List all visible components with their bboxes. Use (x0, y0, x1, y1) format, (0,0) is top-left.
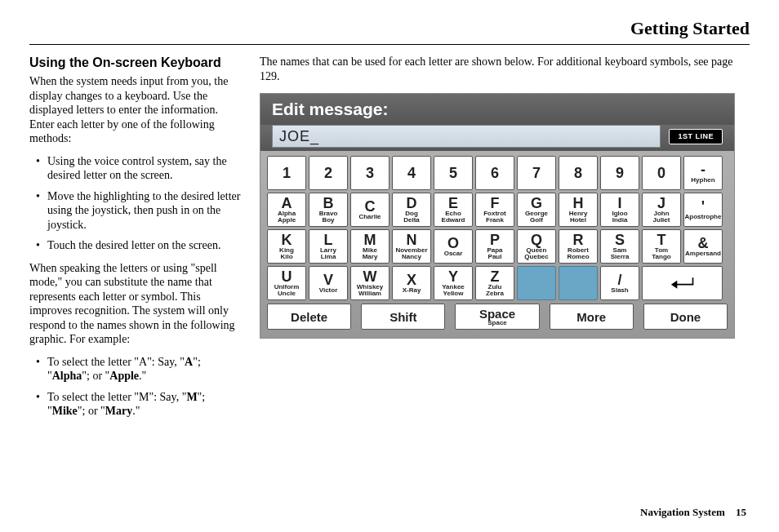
key-6[interactable]: 6 (475, 156, 514, 190)
page-number: 15 (736, 506, 746, 518)
key-q[interactable]: QQueenQuebec (517, 229, 556, 264)
key-f[interactable]: FFoxtrotFrank (475, 193, 514, 227)
key-4[interactable]: 4 (392, 156, 431, 190)
more-button[interactable]: More (550, 304, 634, 330)
methods-list: Using the voice control system, say the … (29, 154, 242, 253)
key-0[interactable]: 0 (642, 156, 681, 190)
key-k[interactable]: KKingKilo (267, 229, 306, 264)
keyboard-intro: The names that can be used for each lett… (260, 55, 750, 83)
delete-button[interactable]: Delete (267, 304, 351, 330)
key-r[interactable]: RRobertRomeo (559, 229, 598, 264)
left-column: Using the On-screen Keyboard When the sy… (29, 55, 242, 427)
list-item: Move the highlighting to the desired let… (36, 189, 242, 233)
key-v[interactable]: VVictor (309, 266, 348, 300)
key-n[interactable]: NNovemberNancy (392, 229, 431, 264)
examples-list: To select the letter "A": Say, "A"; "Alp… (29, 355, 242, 419)
enter-key[interactable] (642, 266, 723, 300)
key-9[interactable]: 9 (600, 156, 639, 190)
key-p[interactable]: PPapaPaul (475, 229, 514, 264)
intro-para: When the system needs input from you, th… (29, 74, 242, 146)
list-item: To select the letter "A": Say, "A"; "Alp… (36, 355, 242, 383)
shift-button[interactable]: Shift (361, 304, 445, 330)
key-7[interactable]: 7 (517, 156, 556, 190)
message-input[interactable]: JOE_ (272, 125, 661, 148)
key-w[interactable]: WWhiskeyWilliam (350, 266, 390, 300)
key-3[interactable]: 3 (350, 156, 390, 190)
section-heading: Using the On-screen Keyboard (29, 55, 242, 71)
key-'[interactable]: 'Apostrophe (683, 193, 723, 227)
key-blank[interactable] (559, 266, 598, 300)
page-footer: Navigation System 15 (640, 506, 746, 519)
space-button[interactable]: SpaceSpace (455, 304, 539, 330)
key--[interactable]: -Hyphen (683, 156, 723, 190)
key-c[interactable]: CCharlie (350, 193, 390, 227)
footer-label: Navigation System (640, 506, 725, 518)
key-x[interactable]: XX-Ray (392, 266, 431, 300)
key-e[interactable]: EEchoEdward (434, 193, 473, 227)
key-8[interactable]: 8 (559, 156, 598, 190)
key-o[interactable]: OOscar (434, 229, 473, 264)
key-t[interactable]: TTomTango (642, 229, 681, 264)
list-item: Touch the desired letter on the screen. (36, 238, 242, 253)
keyboard-title: Edit message: (260, 94, 734, 125)
key-grid: 1234567890-Hyphen AAlphaAppleBBravoBoyCC… (260, 151, 734, 338)
key-blank[interactable] (517, 266, 556, 300)
key-j[interactable]: JJohnJuliet (642, 193, 681, 227)
key-l[interactable]: LLarryLima (309, 229, 348, 264)
right-column: The names that can be used for each lett… (260, 55, 750, 427)
line-badge[interactable]: 1ST LINE (669, 129, 723, 144)
key-s[interactable]: SSamSierra (600, 229, 639, 264)
key-/[interactable]: /Slash (600, 266, 639, 300)
key-2[interactable]: 2 (309, 156, 348, 190)
list-item: To select the letter "M": Say, "M"; "Mik… (36, 390, 242, 419)
key-d[interactable]: DDogDelta (392, 193, 431, 227)
key-&[interactable]: &Ampersand (683, 229, 723, 264)
key-5[interactable]: 5 (434, 156, 473, 190)
onscreen-keyboard: Edit message: JOE_ 1ST LINE 1234567890-H… (260, 93, 735, 339)
list-item: Using the voice control system, say the … (36, 154, 242, 183)
key-y[interactable]: YYankeeYellow (434, 266, 473, 300)
key-u[interactable]: UUniformUncle (267, 266, 306, 300)
key-g[interactable]: GGeorgeGolf (517, 193, 556, 227)
key-m[interactable]: MMikeMary (350, 229, 390, 264)
page-header: Getting Started (29, 18, 750, 42)
key-b[interactable]: BBravoBoy (309, 193, 348, 227)
key-1[interactable]: 1 (267, 156, 306, 190)
spellmode-para: When speaking the letters or using "spel… (29, 261, 242, 347)
done-button[interactable]: Done (643, 304, 728, 330)
key-a[interactable]: AAlphaApple (267, 193, 306, 227)
key-i[interactable]: IIglooIndia (600, 193, 639, 227)
header-rule (29, 44, 750, 45)
keyboard-input-row: JOE_ 1ST LINE (260, 125, 734, 151)
key-z[interactable]: ZZuluZebra (475, 266, 514, 300)
key-h[interactable]: HHenryHotel (559, 193, 598, 227)
